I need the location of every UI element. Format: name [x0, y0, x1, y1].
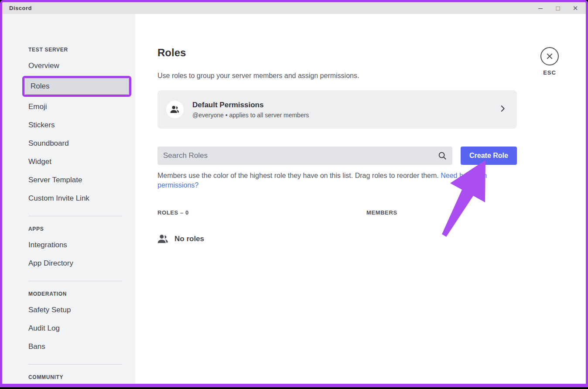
close-icon [546, 52, 554, 60]
default-permissions-subtitle: @everyone • applies to all server member… [192, 112, 309, 119]
sidebar-item-widget[interactable]: Widget [28, 153, 135, 171]
window-titlebar: Discord – □ ✕ [2, 2, 586, 14]
sidebar-divider [28, 216, 122, 216]
default-permissions-card[interactable]: Default Permissions @everyone • applies … [157, 90, 517, 129]
default-permissions-title: Default Permissions [192, 101, 309, 109]
search-roles-input[interactable] [163, 151, 438, 160]
sidebar-item-bans[interactable]: Bans [28, 338, 135, 355]
esc-label: ESC [543, 69, 556, 76]
search-roles-box [157, 147, 452, 165]
sidebar-divider [28, 281, 122, 281]
page-subtitle: Use roles to group your server members a… [157, 72, 586, 80]
no-roles-label: No roles [174, 235, 204, 243]
roles-count-header: ROLES – 0 [157, 209, 189, 216]
esc-close-button[interactable]: ESC [540, 47, 559, 76]
sidebar-item-safety-setup[interactable]: Safety Setup [28, 301, 135, 319]
sidebar-item-server-template[interactable]: Server Template [28, 171, 135, 189]
sidebar-item-roles[interactable]: Roles [24, 78, 129, 95]
sidebar-item-community-overview[interactable]: Overview [28, 385, 135, 387]
members-icon [157, 233, 169, 245]
search-icon [438, 151, 447, 160]
members-avatar [166, 101, 184, 118]
helper-text: Members use the color of the highest rol… [157, 172, 441, 179]
create-role-button[interactable]: Create Role [461, 147, 517, 165]
sidebar-item-audit-log[interactable]: Audit Log [28, 320, 135, 337]
members-header: MEMBERS [366, 209, 397, 216]
sidebar-item-stickers[interactable]: Stickers [28, 116, 135, 134]
maximize-button[interactable]: □ [554, 5, 561, 11]
roles-annotation-box: Roles [22, 76, 131, 97]
sidebar-section-moderation: MODERATION [28, 291, 135, 297]
roles-helper-text: Members use the color of the highest rol… [157, 171, 506, 190]
sidebar-section-apps: APPS [28, 226, 135, 232]
sidebar-item-app-directory[interactable]: App Directory [28, 255, 135, 272]
empty-roles-row: No roles [157, 233, 517, 245]
sidebar-item-integrations[interactable]: Integrations [28, 236, 135, 254]
sidebar-item-emoji[interactable]: Emoji [28, 98, 135, 116]
roles-settings-panel: Roles Use roles to group your server mem… [135, 14, 586, 384]
sidebar-section-community: COMMUNITY [28, 374, 135, 380]
page-title: Roles [157, 47, 586, 59]
settings-sidebar: TEST SERVER Overview Roles Emoji Sticker… [2, 14, 135, 384]
minimize-button[interactable]: – [537, 5, 544, 11]
chevron-right-icon [499, 105, 506, 114]
members-icon [170, 105, 180, 114]
sidebar-item-overview[interactable]: Overview [28, 57, 135, 75]
window-title: Discord [9, 5, 32, 11]
sidebar-item-soundboard[interactable]: Soundboard [28, 135, 135, 152]
close-button[interactable]: ✕ [572, 5, 579, 11]
sidebar-section-test-server: TEST SERVER [28, 47, 135, 53]
sidebar-divider [28, 364, 122, 365]
sidebar-item-custom-invite-link[interactable]: Custom Invite Link [28, 190, 135, 207]
discord-window: Discord – □ ✕ TEST SERVER Overview Roles… [0, 0, 588, 387]
